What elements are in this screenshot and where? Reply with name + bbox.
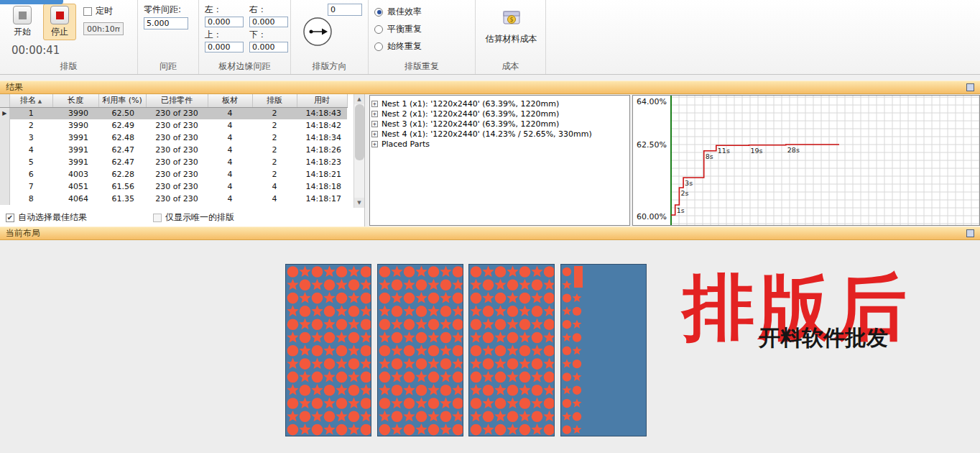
unique-only-checkbox[interactable]: 仅显示唯一的排版 [153,211,234,224]
table-cell[interactable]: 62.47 [98,156,146,168]
row-selector[interactable]: ▶ [0,107,9,119]
estimate-cost-button[interactable]: $ 估算材料成本 [481,6,541,45]
row-selector[interactable] [0,180,9,193]
table-cell[interactable]: 6 [9,168,52,180]
table-cell[interactable]: 14:18:23 [297,156,347,168]
table-cell[interactable]: 2 [252,132,297,144]
table-cell[interactable]: 4 [208,180,252,193]
table-cell[interactable]: 3991 [52,144,98,156]
table-cell[interactable]: 4 [208,107,252,119]
radio-balanced-repeat[interactable]: 平衡重复 [374,23,471,35]
tree-item-2[interactable]: +Nest 2 (x1): '1220x2440' (63.39%, 1220m… [371,109,628,119]
table-cell[interactable]: 2 [9,119,52,132]
part-spacing-input[interactable] [144,17,188,29]
expand-icon[interactable]: + [371,121,378,127]
table-cell[interactable]: 14:18:18 [297,180,347,193]
expand-icon[interactable]: + [371,141,378,147]
expand-icon[interactable]: + [371,111,378,117]
table-cell[interactable]: 4 [208,168,252,180]
column-header-6[interactable]: 排版 [252,94,297,107]
table-cell[interactable]: 230 of 230 [146,168,208,180]
column-header-2[interactable]: 长度 [52,94,98,107]
edge-top-input[interactable] [205,42,244,52]
table-cell[interactable]: 4 [208,119,252,132]
direction-angle-input[interactable] [328,4,362,16]
tree-item-5[interactable]: +Placed Parts [371,139,628,149]
table-cell[interactable]: 61.56 [98,180,146,193]
table-cell[interactable]: 4051 [52,180,98,193]
nesting-sheet-3[interactable] [468,264,555,436]
table-cell[interactable]: 4 [252,193,297,205]
table-cell[interactable]: 8 [9,193,52,205]
table-cell[interactable]: 2 [252,144,297,156]
table-cell[interactable]: 2 [252,119,297,132]
radio-best-efficiency[interactable]: 最佳效率 [374,6,471,18]
scroll-up-arrow[interactable]: ▲ [354,94,364,104]
auto-select-best-checkbox[interactable]: 自动选择最佳结果 [6,211,87,224]
row-selector[interactable] [0,119,9,132]
edge-right-input[interactable] [249,17,288,27]
table-cell[interactable]: 230 of 230 [146,193,208,205]
table-cell[interactable]: 1 [9,107,52,119]
results-scrollbar[interactable]: ▲ ▼ [353,94,364,208]
tree-item-4[interactable]: +Nest 4 (x1): '1220x2440' (14.23% / 52.6… [371,129,628,139]
table-cell[interactable]: 3 [9,132,52,144]
table-cell[interactable]: 62.47 [98,144,146,156]
results-row-3[interactable]: 3399162.48230 of 2304214:18:34 [0,132,347,144]
table-cell[interactable]: 4 [208,132,252,144]
table-cell[interactable]: 61.35 [98,193,146,205]
expand-icon[interactable]: + [371,101,378,107]
results-row-4[interactable]: 4399162.47230 of 2304214:18:26 [0,144,347,156]
results-row-8[interactable]: 8406461.35230 of 2304414:18:17 [0,193,347,205]
tree-item-3[interactable]: +Nest 3 (x1): '1220x2440' (63.39%, 1220m… [371,119,628,129]
table-cell[interactable]: 7 [9,180,52,193]
table-cell[interactable]: 62.50 [98,107,146,119]
radio-always-repeat[interactable]: 始终重复 [374,40,471,52]
nesting-sheet-2[interactable] [377,264,463,436]
results-row-6[interactable]: 6400362.28230 of 2304214:18:21 [0,168,347,180]
edge-bottom-input[interactable] [249,42,288,52]
nesting-sheet-1[interactable] [285,264,371,436]
row-selector[interactable] [0,156,9,168]
table-cell[interactable]: 2 [252,156,297,168]
layout-pin-icon[interactable] [966,229,974,237]
results-row-7[interactable]: 7405161.56230 of 2304414:18:18 [0,180,347,193]
table-cell[interactable]: 2 [252,168,297,180]
nesting-sheet-4[interactable] [560,264,647,436]
column-header-7[interactable]: 用时 [297,94,347,107]
row-selector[interactable] [0,193,9,205]
nest-direction-icon[interactable] [301,15,334,51]
tree-item-1[interactable]: +Nest 1 (x1): '1220x2440' (63.39%, 1220m… [371,99,628,109]
table-cell[interactable]: 230 of 230 [146,107,208,119]
table-cell[interactable]: 230 of 230 [146,156,208,168]
table-cell[interactable]: 3990 [52,119,98,132]
table-cell[interactable]: 3990 [52,107,98,119]
timer-duration-input[interactable] [83,22,124,35]
table-cell[interactable]: 62.48 [98,132,146,144]
table-cell[interactable]: 4 [252,180,297,193]
edge-left-input[interactable] [205,17,244,27]
results-row-5[interactable]: 5399162.47230 of 2304214:18:23 [0,156,347,168]
row-selector[interactable] [0,144,9,156]
table-cell[interactable]: 14:18:17 [297,193,347,205]
scroll-thumb[interactable] [355,104,364,160]
table-cell[interactable]: 14:18:21 [297,168,347,180]
table-cell[interactable]: 14:18:42 [297,119,347,132]
table-cell[interactable]: 230 of 230 [146,119,208,132]
layout-canvas[interactable]: 排版后 开料软件批发 [0,240,980,453]
column-header-5[interactable]: 板材 [208,94,252,107]
scroll-down-arrow[interactable]: ▼ [354,198,364,208]
timer-checkbox[interactable]: 定时 [83,5,124,17]
table-cell[interactable]: 4 [9,144,52,156]
table-cell[interactable]: 230 of 230 [146,132,208,144]
table-cell[interactable]: 62.28 [98,168,146,180]
results-row-2[interactable]: 2399062.49230 of 2304214:18:42 [0,119,347,132]
table-cell[interactable]: 14:18:34 [297,132,347,144]
table-cell[interactable]: 3991 [52,132,98,144]
column-header-1[interactable]: 排名▲ [9,94,52,107]
table-cell[interactable]: 4 [208,156,252,168]
table-cell[interactable]: 4003 [52,168,98,180]
table-cell[interactable]: 230 of 230 [146,144,208,156]
row-selector[interactable] [0,168,9,180]
table-cell[interactable]: 14:18:43 [297,107,347,119]
